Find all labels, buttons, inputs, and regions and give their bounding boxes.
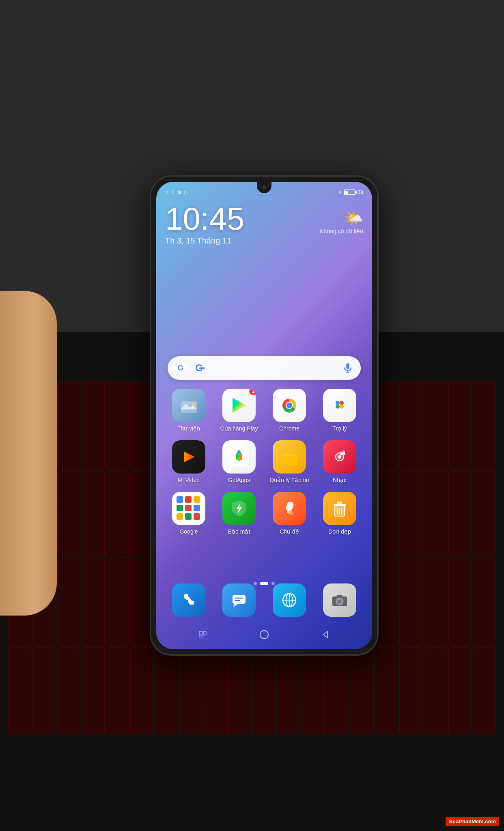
messages-svg	[230, 591, 248, 609]
svg-rect-4	[200, 367, 205, 369]
status-right-icons: ✕ 33	[338, 189, 363, 195]
battery-x-icon: ✕	[338, 190, 342, 195]
gallery-label: Thư viện	[177, 425, 200, 432]
cleaner-svg	[330, 498, 350, 519]
music-icon	[323, 440, 356, 474]
google-label: Google	[179, 528, 198, 535]
svg-point-48	[339, 601, 340, 602]
files-label: Quản lý Tập tin	[269, 477, 309, 484]
gdot-6	[194, 505, 200, 511]
app-row-3: Google Bảo mật	[164, 492, 365, 535]
dock-phone[interactable]	[164, 583, 214, 617]
battery-indicator	[344, 189, 355, 195]
camera-svg	[330, 591, 349, 609]
front-camera	[262, 185, 266, 189]
svg-rect-53	[199, 636, 202, 638]
playstore-label: Cửa hàng Play	[220, 425, 258, 432]
svg-marker-55	[323, 631, 327, 638]
app-getapps[interactable]: GetApps	[214, 440, 264, 484]
svg-point-54	[260, 631, 268, 639]
settings-icon: ⚙	[177, 189, 182, 196]
svg-point-30	[289, 510, 294, 515]
getapps-label: GetApps	[228, 477, 250, 484]
gdot-3	[194, 496, 200, 503]
app-playstore[interactable]: 1	[214, 389, 264, 432]
app-mivideo[interactable]: Mi Video	[164, 440, 214, 484]
app-files[interactable]: Quản lý Tập tin	[264, 440, 314, 484]
chrome-svg	[279, 395, 300, 416]
dock	[164, 583, 365, 617]
app-chrome[interactable]: Chrome	[264, 389, 314, 432]
svg-marker-38	[233, 604, 239, 607]
svg-marker-12	[233, 398, 246, 413]
google-apps-grid	[177, 496, 201, 521]
weather-icon: 🌤️	[320, 209, 363, 226]
music-svg	[330, 447, 350, 467]
chrome-icon	[273, 389, 306, 422]
search-bar[interactable]: G G	[168, 356, 361, 380]
svg-point-18	[340, 401, 344, 405]
mivideo-label: Mi Video	[178, 477, 200, 484]
weather-widget: 🌤️ Không có dữ liệu	[320, 209, 363, 235]
mic-icon[interactable]	[342, 362, 353, 374]
music-label: Nhạc	[333, 477, 347, 484]
dock-camera[interactable]	[314, 583, 365, 617]
nav-home[interactable]	[257, 627, 271, 642]
app-cleaner[interactable]: Dọn dẹp	[314, 492, 365, 535]
dock-browser[interactable]	[264, 583, 314, 617]
svg-rect-51	[199, 631, 202, 635]
gdot-5	[185, 505, 192, 511]
svg-point-20	[340, 405, 344, 409]
playstore-svg	[229, 396, 249, 415]
security-label: Bảo mật	[228, 528, 250, 535]
themes-label: Chủ đề	[280, 528, 299, 535]
app-security[interactable]: Bảo mật	[214, 492, 264, 535]
status-left-icons: ✕ ☇ ⚙ ▷	[165, 189, 188, 196]
browser-dock-icon	[273, 583, 306, 617]
hand	[0, 291, 57, 616]
app-music[interactable]: Nhạc	[314, 440, 365, 484]
themes-svg	[279, 498, 299, 519]
dock-messages[interactable]	[214, 583, 264, 617]
cleaner-icon	[323, 492, 356, 525]
app-grid: Thư viện 1	[164, 389, 365, 543]
cleaner-label: Dọn dẹp	[328, 528, 351, 535]
phone-dock-icon	[172, 583, 205, 617]
wifi-icon: ☇	[171, 189, 174, 196]
assistant-icon	[323, 389, 356, 422]
watermark: SuaPhanMem.com	[446, 817, 499, 826]
nav-recents[interactable]	[196, 627, 210, 642]
google-g-logo: G	[175, 361, 189, 375]
home-icon	[259, 629, 269, 640]
files-icon	[273, 440, 306, 474]
assistant-svg	[330, 395, 350, 416]
weather-text: Không có dữ liệu	[320, 228, 363, 235]
app-google[interactable]: Google	[164, 492, 214, 535]
svg-point-15	[286, 403, 292, 408]
messages-dock-icon	[222, 583, 256, 617]
mivideo-svg	[179, 447, 199, 467]
svg-rect-33	[337, 502, 342, 504]
playstore-icon: 1	[222, 389, 256, 422]
google-icon	[172, 492, 205, 525]
gallery-svg	[179, 395, 199, 416]
svg-marker-21	[184, 452, 195, 462]
files-svg	[279, 447, 299, 467]
gdot-8	[185, 513, 192, 520]
svg-rect-37	[233, 595, 246, 604]
app-themes[interactable]: Chủ đề	[264, 492, 314, 535]
app-row-2: Mi Video	[164, 440, 365, 484]
gallery-icon	[172, 389, 205, 422]
nav-back[interactable]	[318, 627, 333, 642]
app-assistant[interactable]: Trợ lý	[314, 389, 365, 432]
recents-icon	[198, 630, 208, 639]
mivideo-icon	[172, 440, 205, 474]
back-icon	[321, 630, 330, 639]
phone-shell: ✕ ☇ ⚙ ▷ ✕ 33 10:45 Th 3, 15 Tháng 11 🌤️	[151, 176, 378, 655]
getapps-svg	[228, 446, 250, 467]
svg-text:G: G	[178, 364, 184, 372]
app-gallery[interactable]: Thư viện	[164, 389, 214, 432]
svg-point-17	[336, 401, 340, 405]
signal-icon: ✕	[165, 190, 169, 195]
svg-point-19	[336, 405, 340, 409]
